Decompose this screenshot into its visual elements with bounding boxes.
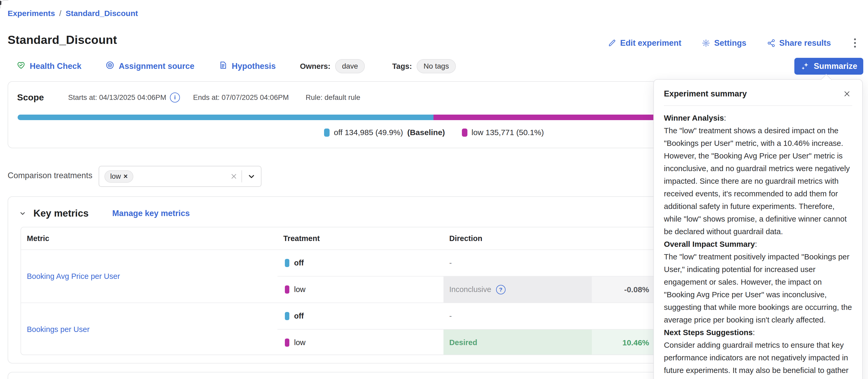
experiment-page: Experiments / Standard_Discount Standard…	[0, 0, 868, 379]
tags-label: Tags:	[392, 62, 412, 71]
treatment-name: low	[294, 285, 306, 294]
direction-value: -	[449, 259, 452, 267]
more-options-button[interactable]	[851, 37, 859, 49]
scope-rule: Rule: default rule	[306, 93, 360, 102]
manage-key-metrics-link[interactable]: Manage key metrics	[112, 209, 190, 218]
share-results-label: Share results	[779, 38, 831, 48]
change-value: 10.46%	[622, 338, 649, 347]
chip-remove-icon[interactable]: ×	[124, 172, 128, 180]
tab-health-check-label: Health Check	[30, 62, 81, 71]
chevron-down-icon[interactable]	[242, 172, 261, 180]
collapse-chevron-icon[interactable]	[19, 209, 27, 217]
tab-health-check[interactable]: Health Check	[17, 61, 81, 72]
key-metrics-title: Key metrics	[33, 208, 89, 219]
select-clear-icon[interactable]	[226, 172, 242, 180]
treatment-chip-label: low	[110, 172, 121, 180]
legend-item-low: low 135,771 (50.1%)	[462, 128, 544, 137]
off-swatch	[324, 129, 330, 137]
scope-title: Scope	[17, 92, 44, 103]
gear-icon	[702, 39, 710, 47]
direction-badge-inconclusive: Inconclusive ?	[443, 276, 592, 303]
comparison-treatments-label: Comparison treatments	[8, 171, 92, 180]
panel-title: Experiment summary	[664, 89, 747, 99]
section-label-next-steps: Next Steps Suggestions	[664, 326, 852, 339]
experiment-summary-panel: Experiment summary Winner Analysis The "…	[653, 79, 863, 379]
comparison-treatments-select[interactable]: low ×	[99, 166, 261, 187]
heart-check-icon	[17, 61, 26, 72]
breadcrumb: Experiments / Standard_Discount	[8, 9, 138, 18]
tab-hypothesis-label: Hypothesis	[232, 62, 276, 71]
column-header-direction: Direction	[443, 234, 592, 243]
section-text: Consider adding guardrail metrics to ens…	[664, 339, 852, 379]
off-swatch	[285, 259, 289, 267]
off-swatch	[285, 312, 289, 320]
edit-experiment-button[interactable]: Edit experiment	[608, 38, 682, 48]
bullseye-icon	[105, 61, 115, 72]
tab-assignment-source[interactable]: Assignment source	[105, 61, 194, 72]
allocation-segment-off	[18, 114, 433, 120]
legend-item-off: off 134,985 (49.9%) (Baseline)	[324, 128, 445, 137]
close-icon[interactable]	[842, 89, 852, 99]
legend-baseline-text: (Baseline)	[407, 128, 445, 137]
breadcrumb-experiments[interactable]: Experiments	[8, 9, 55, 18]
treatment-chip-low[interactable]: low ×	[104, 170, 133, 183]
legend-low-text: low 135,771 (50.1%)	[472, 128, 544, 137]
share-results-button[interactable]: Share results	[767, 38, 831, 48]
owner-chip[interactable]: dave	[335, 59, 365, 73]
page-title: Standard_Discount	[8, 33, 117, 47]
settings-button[interactable]: Settings	[702, 38, 746, 48]
edit-experiment-label: Edit experiment	[620, 38, 682, 48]
direction-value: Inconclusive	[449, 285, 491, 294]
section-label-winner-analysis: Winner Analysis	[664, 112, 852, 124]
legend-off-text: off 134,985 (49.9%)	[334, 128, 403, 137]
panel-body: Winner Analysis The "low" treatment show…	[664, 112, 852, 379]
direction-badge-desired: Desired	[443, 330, 592, 355]
metric-link-bookings-per-user[interactable]: Bookings per User	[27, 325, 90, 334]
summarize-button[interactable]: Summarize	[794, 58, 863, 75]
panel-divider	[664, 105, 852, 106]
header-actions: Edit experiment Settings Share results	[608, 37, 859, 49]
change-value: -0.08%	[624, 285, 649, 294]
low-swatch	[285, 285, 289, 294]
low-swatch	[462, 129, 467, 137]
pencil-icon	[608, 39, 616, 47]
treatment-name: off	[294, 312, 304, 320]
breadcrumb-current[interactable]: Standard_Discount	[65, 9, 138, 18]
left-edge-marker	[0, 1, 1, 5]
summarize-label: Summarize	[814, 62, 857, 71]
question-circle-icon[interactable]: ?	[496, 285, 505, 295]
direction-value: -	[449, 312, 452, 320]
share-icon	[767, 39, 775, 47]
sparkles-icon	[800, 62, 810, 71]
scope-starts: Starts at: 04/13/2025 04:06PM	[68, 93, 166, 102]
breadcrumb-separator: /	[59, 9, 61, 18]
tab-hypothesis[interactable]: Hypothesis	[219, 61, 276, 72]
tags-chip[interactable]: No tags	[416, 59, 456, 73]
treatment-name: low	[294, 338, 306, 347]
section-label-overall-impact: Overall Impact Summary	[664, 238, 852, 250]
column-header-treatment: Treatment	[278, 234, 443, 243]
direction-value: Desired	[449, 338, 477, 347]
document-icon	[219, 61, 227, 72]
section-text: The "low" treatment shows a desired impa…	[664, 124, 852, 238]
section-text: The "low" treatment positively impacted …	[664, 250, 852, 326]
treatment-name: off	[294, 259, 304, 267]
owners-label: Owners:	[300, 62, 330, 71]
meta-bar: Health Check Assignment source Hypothesi…	[17, 60, 456, 73]
metric-link-booking-avg-price[interactable]: Booking Avg Price per User	[27, 272, 120, 281]
scope-ends: Ends at: 07/07/2025 04:06PM	[193, 93, 289, 102]
column-header-metric: Metric	[21, 234, 278, 243]
settings-label: Settings	[714, 38, 746, 48]
low-swatch	[285, 339, 289, 347]
info-icon[interactable]: i	[170, 93, 180, 103]
tab-assignment-source-label: Assignment source	[119, 62, 194, 71]
